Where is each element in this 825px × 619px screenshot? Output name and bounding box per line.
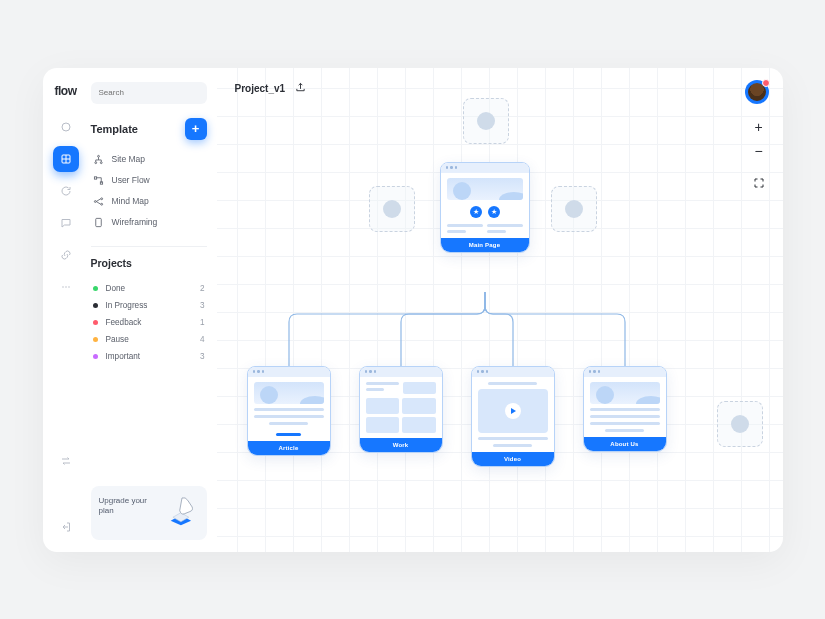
template-label: Wireframing — [112, 217, 158, 227]
status-dot — [93, 303, 98, 308]
svg-point-7 — [100, 161, 102, 163]
rail-more-icon[interactable] — [53, 274, 79, 300]
zoom-out-button[interactable]: − — [749, 142, 769, 160]
add-template-button[interactable]: + — [185, 118, 207, 140]
fullscreen-button[interactable] — [749, 174, 769, 192]
icon-rail: flow — [43, 68, 89, 552]
placeholder-frame[interactable] — [551, 186, 597, 232]
status-label: Feedback — [106, 318, 142, 327]
project-status-done[interactable]: Done2 — [91, 281, 207, 296]
project-status-pause[interactable]: Pause4 — [91, 332, 207, 347]
canvas-card-main[interactable]: Main Page — [440, 162, 530, 253]
template-title: Template — [91, 123, 138, 135]
app-logo: flow — [55, 84, 77, 98]
canvas-card-about[interactable]: About Us — [583, 366, 667, 452]
card-label: About Us — [584, 437, 666, 451]
svg-point-12 — [100, 203, 102, 205]
canvas-card-article[interactable]: Article — [247, 366, 331, 456]
project-status-inprogress[interactable]: In Progress3 — [91, 298, 207, 313]
projects-title: Projects — [91, 257, 207, 269]
svg-point-5 — [97, 155, 99, 157]
status-count: 2 — [200, 284, 205, 293]
svg-point-0 — [62, 123, 70, 131]
template-item-mindmap[interactable]: Mind Map — [91, 192, 207, 211]
template-label: Site Map — [112, 154, 146, 164]
rail-chat-icon[interactable] — [53, 210, 79, 236]
template-label: User Flow — [112, 175, 150, 185]
rail-circle-icon[interactable] — [53, 114, 79, 140]
zoom-in-button[interactable]: + — [749, 118, 769, 136]
mindmap-icon — [93, 196, 104, 207]
svg-point-6 — [94, 161, 96, 163]
template-label: Mind Map — [112, 196, 149, 206]
card-label: Video — [472, 452, 554, 466]
template-item-wireframing[interactable]: Wireframing — [91, 213, 207, 232]
share-icon[interactable] — [295, 82, 306, 95]
status-label: Done — [106, 284, 126, 293]
placeholder-frame[interactable] — [717, 401, 763, 447]
app-window: flow Template + Site Map User Flow — [43, 68, 783, 552]
search-input[interactable] — [91, 82, 207, 104]
card-label: Article — [248, 441, 330, 455]
svg-rect-8 — [94, 176, 96, 178]
card-label: Main Page — [441, 238, 529, 252]
template-item-sitemap[interactable]: Site Map — [91, 150, 207, 169]
user-avatar[interactable] — [745, 80, 769, 104]
upgrade-hand-icon — [165, 496, 199, 526]
status-count: 3 — [200, 301, 205, 310]
upgrade-plan-card[interactable]: Upgrade your plan — [91, 486, 207, 540]
status-dot — [93, 337, 98, 342]
status-dot — [93, 286, 98, 291]
placeholder-frame[interactable] — [369, 186, 415, 232]
wireframe-icon — [93, 217, 104, 228]
status-count: 3 — [200, 352, 205, 361]
status-label: Important — [106, 352, 141, 361]
rail-rotate-icon[interactable] — [53, 178, 79, 204]
project-status-list: Done2 In Progress3 Feedback1 Pause4 Impo… — [91, 281, 207, 364]
svg-rect-13 — [95, 218, 101, 226]
rail-link-icon[interactable] — [53, 242, 79, 268]
rail-swap-icon[interactable] — [53, 448, 79, 474]
svg-point-4 — [68, 286, 70, 288]
template-item-userflow[interactable]: User Flow — [91, 171, 207, 190]
status-dot — [93, 320, 98, 325]
userflow-icon — [93, 175, 104, 186]
breadcrumb-bar: Project_v1 — [235, 82, 307, 95]
sidebar: Template + Site Map User Flow Mind Map W… — [89, 68, 217, 552]
template-section-header: Template + — [91, 118, 207, 140]
status-count: 1 — [200, 318, 205, 327]
canvas-card-work[interactable]: Work — [359, 366, 443, 453]
project-status-important[interactable]: Important3 — [91, 349, 207, 364]
sitemap-icon — [93, 154, 104, 165]
svg-point-10 — [94, 200, 96, 202]
canvas[interactable]: Project_v1 + − — [217, 68, 783, 552]
rail-grid-icon[interactable] — [53, 146, 79, 172]
status-label: In Progress — [106, 301, 148, 310]
zoom-controls: + − — [749, 118, 769, 192]
upgrade-text: Upgrade your plan — [99, 496, 159, 517]
svg-point-2 — [62, 286, 64, 288]
status-count: 4 — [200, 335, 205, 344]
canvas-card-video[interactable]: Video — [471, 366, 555, 467]
rail-exit-icon[interactable] — [53, 514, 79, 540]
divider — [91, 246, 207, 247]
breadcrumb: Project_v1 — [235, 83, 286, 94]
project-status-feedback[interactable]: Feedback1 — [91, 315, 207, 330]
card-label: Work — [360, 438, 442, 452]
status-label: Pause — [106, 335, 129, 344]
svg-point-11 — [100, 197, 102, 199]
status-dot — [93, 354, 98, 359]
svg-point-3 — [65, 286, 67, 288]
placeholder-frame[interactable] — [463, 98, 509, 144]
template-list: Site Map User Flow Mind Map Wireframing — [91, 150, 207, 232]
